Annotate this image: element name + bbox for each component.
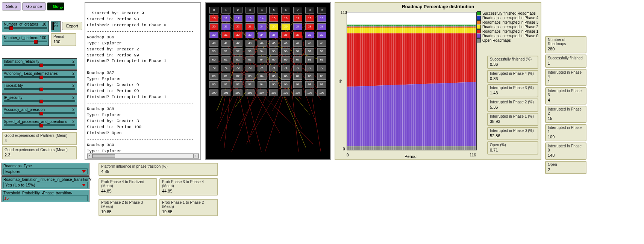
monitor-value: 2.3 xyxy=(5,152,74,158)
monitor-label: Good experiences of Creators (Mean) xyxy=(5,148,74,152)
monitor-value: 0.36 xyxy=(490,61,536,67)
monitor-label: Prob Phase 3 to Phase 4 (Mean) xyxy=(162,180,215,188)
chart-legend: Successfuly finished Roadmaps Roadmaps i… xyxy=(477,11,538,43)
slider-label: Information_reliability xyxy=(4,59,39,64)
legend-label: Successfuly finished Roadmaps xyxy=(482,11,536,15)
chevron-down-icon xyxy=(82,170,86,173)
monitor-value: 44.85 xyxy=(162,188,215,194)
monitor-label: Open xyxy=(548,162,584,167)
monitor-value: 52.86 xyxy=(490,133,536,139)
monitor-count-i3: Interrupted in Phase 34 xyxy=(545,87,586,105)
monitor-label: Prob Phase 4 to Finalized (Mean) xyxy=(101,180,155,188)
slider-number-partners[interactable]: Number_of_partners 100 xyxy=(2,35,49,46)
log-text: Started by: Creator 9 Started in: Period… xyxy=(87,11,194,160)
monitor-value: 1 xyxy=(548,60,584,66)
monitor-count-i0: Interrupted in Phase 0148 xyxy=(545,142,586,160)
monitor-pct-i1: Interrupted in Phase 1 (%)38.93 xyxy=(487,113,538,126)
monitor-pct-i4: Interrupted in Phase 4 (%)0.36 xyxy=(487,70,538,83)
legend-label: Roadmaps interrupted in Phase 3 xyxy=(482,20,538,24)
legend-label: Roadmaps interrupted in Phase 2 xyxy=(482,25,538,29)
slider-label: Number_of_creators xyxy=(4,22,38,26)
monitor-value: 100 xyxy=(53,39,74,45)
export-switch[interactable]: OnOff xyxy=(51,21,61,32)
monitor-value: 148 xyxy=(548,152,584,158)
monitor-prob-p3-p4: Prob Phase 3 to Phase 4 (Mean)44.85 xyxy=(159,178,218,196)
xtick-right: 116 xyxy=(470,153,476,157)
ytick-bottom: 0 xyxy=(343,147,345,151)
monitor-good-exp-partners: Good experiences of Partners (Mean)4 xyxy=(2,132,77,145)
monitor-good-exp-creators: Good experiences of Creators (Mean)2.3 xyxy=(2,146,77,159)
dropdown-value: Explorer xyxy=(5,169,21,174)
svg-rect-36 xyxy=(347,25,476,26)
roadmap-distribution-chart: Roadmap Percentage distribution Successf… xyxy=(335,2,541,160)
slider-autonomy[interactable]: Autonomy_-Less_intermediaries-2 xyxy=(2,70,77,82)
dropdown-label: Roadmaps_Type xyxy=(3,164,88,168)
monitor-value: 0.36 xyxy=(490,76,536,82)
world-view[interactable]: 0123456789101112131415161718192021222324… xyxy=(205,2,331,160)
input-threshold-probability[interactable]: Threshold_Probability_-Phase_transition- xyxy=(2,190,89,202)
export-button[interactable]: Export xyxy=(62,22,82,30)
monitor-count-finished: Successfully finished1 xyxy=(545,55,586,68)
scroll-left-icon[interactable]: ‹ xyxy=(87,154,92,158)
slider-value: 2 xyxy=(72,59,74,64)
x-axis-label: Period xyxy=(405,154,417,159)
monitor-label: Interrupted in Phase 1 (%) xyxy=(490,114,536,118)
monitor-value: 2 xyxy=(548,167,584,173)
monitor-prob-p2-p3: Prob Phase 2 to Phase 3 (Mean)19.85 xyxy=(98,199,157,216)
slider-label: Accuracy_and_precision xyxy=(4,108,45,112)
input-label: Threshold_Probability_-Phase_transition- xyxy=(3,191,88,195)
slider-value: 2 xyxy=(72,95,74,100)
dropdown-value: Yes (Up to 15%) xyxy=(5,183,35,187)
monitor-value: 4.85 xyxy=(101,168,215,174)
slider-speed[interactable]: Speed_of_processes_and_operations2 xyxy=(2,118,77,130)
go-once-button[interactable]: Go once xyxy=(22,2,46,11)
horizontal-scrollbar[interactable]: ‹ › xyxy=(87,153,199,159)
monitor-number-roadmaps: Number of Roadmaps280 xyxy=(545,36,586,53)
monitor-value: 38.93 xyxy=(490,118,536,124)
dropdown-roadmaps-type[interactable]: Roadmaps_Type Explorer xyxy=(2,163,89,176)
monitor-label: Prob Phase 2 to Phase 3 (Mean) xyxy=(101,200,155,209)
go-button[interactable]: Go xyxy=(47,2,64,11)
scroll-right-icon[interactable]: › xyxy=(193,154,199,158)
svg-marker-41 xyxy=(347,82,476,146)
monitor-label: Interrupted in Phase 2 xyxy=(548,107,584,115)
monitor-label: Period xyxy=(53,35,74,39)
slider-ip-security[interactable]: IP_security2 xyxy=(2,94,77,106)
monitor-value: 5.36 xyxy=(490,104,536,110)
monitor-label: Interrupted in Phase 3 xyxy=(548,89,584,97)
svg-rect-38 xyxy=(347,27,476,28)
slider-label: Speed_of_processes_and_operations xyxy=(4,120,67,124)
switch-off-label: Off xyxy=(54,24,58,28)
chart-title: Roadmap Percentage distribution xyxy=(335,3,541,11)
legend-label: Roadmaps interrupted in Phase 0 xyxy=(482,34,538,38)
slider-traceability[interactable]: Traceability2 xyxy=(2,82,77,94)
svg-marker-40 xyxy=(347,33,476,86)
monitor-pct-open: Open (%)0.71 xyxy=(487,141,538,155)
monitor-label: Platform influence in phase trasition (%… xyxy=(101,164,215,168)
scroll-thumb[interactable] xyxy=(92,154,115,158)
slider-value: 2 xyxy=(72,71,74,76)
slider-number-creators[interactable]: Number_of_creators 10 xyxy=(2,21,49,32)
monitor-count-open: Open2 xyxy=(545,161,586,174)
monitor-value: 19.85 xyxy=(162,209,215,215)
input-threshold-field[interactable] xyxy=(3,195,88,201)
svg-rect-42 xyxy=(347,146,476,150)
setup-button[interactable]: Setup xyxy=(2,2,21,11)
xtick-left: 0 xyxy=(347,153,349,157)
monitor-value: 0.71 xyxy=(490,147,536,153)
slider-info-reliability[interactable]: Information_reliability2 xyxy=(2,58,77,70)
svg-rect-37 xyxy=(347,26,476,27)
monitor-label: Interrupted in Phase 1 xyxy=(548,126,584,134)
dropdown-roadmap-formation[interactable]: Roadmap_formation_influence_in_phase_tra… xyxy=(2,176,89,189)
slider-accuracy[interactable]: Accuracy_and_precision2 xyxy=(2,106,77,118)
svg-line-12 xyxy=(221,25,241,118)
legend-label: Open Roadmaps xyxy=(482,38,511,42)
slider-value: 100 xyxy=(40,36,46,40)
monitor-platform-influence: Platform influence in phase trasition (%… xyxy=(98,163,218,176)
monitor-count-i4: Interrupted in Phase 41 xyxy=(545,69,586,86)
monitor-value: 19.85 xyxy=(101,209,155,215)
output-log[interactable]: Started by: Creator 9 Started in: Period… xyxy=(85,2,201,160)
slider-value: 10 xyxy=(42,22,46,26)
slider-label: IP_security xyxy=(4,95,22,100)
slider-value: 2 xyxy=(72,83,74,88)
